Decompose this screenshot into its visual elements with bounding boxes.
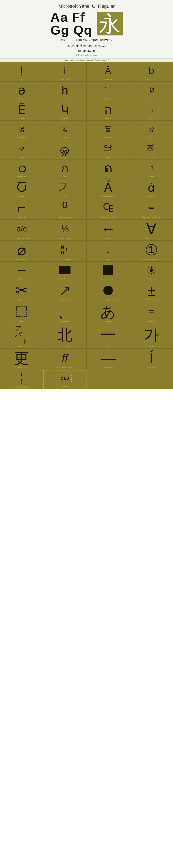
- cell-cjk-compatjamo2: 北 CJK Ext A: [43, 323, 86, 349]
- label-arabic: Arabic: [131, 117, 172, 120]
- symbol-arabic: ‌ ،: [131, 103, 172, 116]
- label-gurmukhi: Gurmukhi: [88, 137, 129, 139]
- label-hiragana: Hiragana: [88, 320, 129, 322]
- label-latin1sup: Latin 1 Sup: [44, 79, 85, 81]
- symbol-controlpics: NUL: [44, 243, 85, 258]
- cell-currency: ₠ Currency Symbols: [86, 198, 130, 219]
- label-diacriticals: Diacriticals: [88, 98, 129, 100]
- symbol-cjk-compatforms: ff: [44, 350, 85, 366]
- font-title: Microsoft Yahei UI Regular: [4, 3, 169, 9]
- cell-tibetan: ཀྵ Tibetan: [130, 159, 173, 179]
- symbol-arrows: ←: [88, 221, 129, 237]
- cell-ocr: ♩ OCR: [86, 241, 130, 262]
- label-tibetan: Tibetan: [131, 176, 172, 178]
- label-tamil: Tamil: [44, 156, 85, 158]
- symbol-diacsymbols: ⇐: [131, 200, 172, 215]
- symbol-miscmathb: [88, 283, 129, 298]
- cell-misctechnical: ⌀ Misc Technical: [0, 241, 43, 262]
- symbol-malayalam: ഠ: [1, 161, 42, 175]
- symbol-gujarati: ઙ: [131, 122, 172, 136]
- cell-compatjamo: 、 Compat Jamo: [43, 302, 86, 323]
- label-numberforms: Number Forms: [44, 237, 85, 240]
- label-diacsymbols: Diacriticals For Symbols: [131, 216, 172, 218]
- symbol-tibetan: ཀྵ: [131, 161, 172, 175]
- symbol-georgian: Ⴀ: [1, 181, 42, 194]
- label-telugu: Telugu: [88, 156, 129, 158]
- label-oriya: Oriya: [1, 156, 42, 158]
- label-miscsymbols: Misc Symbols: [131, 278, 172, 280]
- label-letterlike: Letterlike Symbols: [1, 237, 42, 240]
- cell-arrows: ← Arrows: [86, 219, 130, 241]
- symbol-diacriticals: ̀: [88, 84, 129, 97]
- cell-cyrillic: Ӗ Cyrillic: [0, 101, 43, 120]
- header: Microsoft Yahei UI Regular Aa Ff Gg Qq 永…: [0, 0, 173, 58]
- cell-miscmathb: Misc Math Symbols B: [86, 281, 130, 302]
- symbol-suparrowsb: ↗: [44, 283, 85, 298]
- label-bengali: Bengali: [44, 137, 85, 139]
- label-supmathops: Sup Math Operators: [131, 299, 172, 301]
- symbol-numberforms: ⅓: [44, 221, 85, 237]
- label-halfmarks: Half Marks: [1, 367, 42, 369]
- symbol-halffullfoms: ！﹗: [1, 372, 42, 385]
- cell-latinextadd: Ả Latin Ext Additions: [86, 179, 130, 198]
- label-greek: Greek: [131, 98, 172, 100]
- symbol-greek: Ϸ: [131, 84, 172, 97]
- symbol-tamil: ஓ: [44, 142, 85, 155]
- symbol-jamo: ᄀ: [44, 181, 85, 194]
- cell-mathops: ∀ Math Operators: [130, 219, 173, 241]
- label-greekext: Greek Ext: [131, 195, 172, 197]
- cell-suparrowsb: ↗ Sup Arrows B: [43, 281, 86, 302]
- symbol-compatjamo: 、: [44, 304, 85, 319]
- label-arrows: Arrows: [88, 237, 129, 240]
- symbol-oriya: ଙ: [1, 142, 42, 155]
- alphabet-lower: abcdefghijklmnopqrstuvwxyz: [4, 43, 169, 48]
- cell-geomshapes: Geometric Shapes: [86, 261, 130, 281]
- svg-line-5: [148, 267, 149, 268]
- cell-greek: Ϸ Greek: [130, 82, 173, 101]
- cell-lao: ຄ Lao: [86, 159, 130, 179]
- symbol-hangul: 가: [131, 325, 172, 344]
- svg-line-6: [153, 272, 154, 273]
- label-mathops: Math Operators: [131, 237, 172, 240]
- cell-oriya: ଙ Oriya: [0, 140, 43, 159]
- label-lao: Lao: [88, 176, 129, 178]
- credit: © Design by fontke.com: [4, 54, 169, 56]
- label-currency: Currency Symbols: [88, 216, 129, 218]
- char-grid: ! ASCII i Latin 1 Sup Ā Latin Ext A ƀ La…: [0, 62, 173, 389]
- cell-greekext: ά Greek Ext: [130, 179, 173, 198]
- cell-numberforms: ⅓ Number Forms: [43, 219, 86, 241]
- symbol-latin1sup: i: [44, 64, 85, 78]
- symbol-katakana: =: [131, 304, 172, 319]
- cell-miscsymbols: Misc Symbols: [130, 261, 173, 281]
- cell-latin1sup: i Latin 1 Sup: [43, 62, 86, 82]
- cell-punctuation: ⌐ Punctuation: [0, 198, 43, 219]
- label-ascii: ASCII: [1, 79, 42, 81]
- cell-armenian: Կ Armenian: [43, 101, 86, 120]
- label-halffullfoms: Half And Full Forms: [1, 386, 42, 388]
- cell-malayalam: ഠ Malayalam: [0, 159, 43, 179]
- label-cjk-main: CJK: [88, 345, 129, 347]
- symbol-latinexta: Ā: [88, 64, 129, 78]
- cell-modletters: h Modifier Letters: [43, 82, 86, 101]
- preview-latin-1: Aa Ff: [50, 11, 92, 24]
- label-specials: Specials: [45, 385, 85, 388]
- digits: 0123456789: [4, 49, 169, 53]
- cell-boxdrawing: ─ Box Drawing: [0, 261, 43, 281]
- cell-hangul: 가 Hangul: [130, 323, 173, 349]
- symbol-cjk-compatjamo2: 北: [44, 325, 85, 344]
- symbol-latinextb: ƀ: [131, 64, 172, 78]
- symbol-currency: ₠: [88, 200, 129, 215]
- label-ocr: OCR: [88, 258, 129, 261]
- cell-halfmarks: 更 Half Marks: [0, 349, 43, 370]
- label-kannada: Kannada: [131, 156, 172, 158]
- label-punctuation: Punctuation: [1, 216, 42, 218]
- label-cjk-compatjamo2: CJK Ext A: [44, 345, 85, 347]
- cell-bopomofo: アパート Bopomofo: [0, 323, 43, 349]
- cell-bengali: ঙ Bengali: [43, 120, 86, 140]
- label-controlpics: Control Pictures: [44, 258, 85, 261]
- svg-line-7: [153, 267, 154, 268]
- symbol-cyrillic: Ӗ: [1, 103, 42, 116]
- symbol-cjk-main: 一: [88, 325, 129, 344]
- label-bopomofo: Bopomofo: [1, 345, 42, 347]
- symbol-mathops: ∀: [131, 221, 172, 237]
